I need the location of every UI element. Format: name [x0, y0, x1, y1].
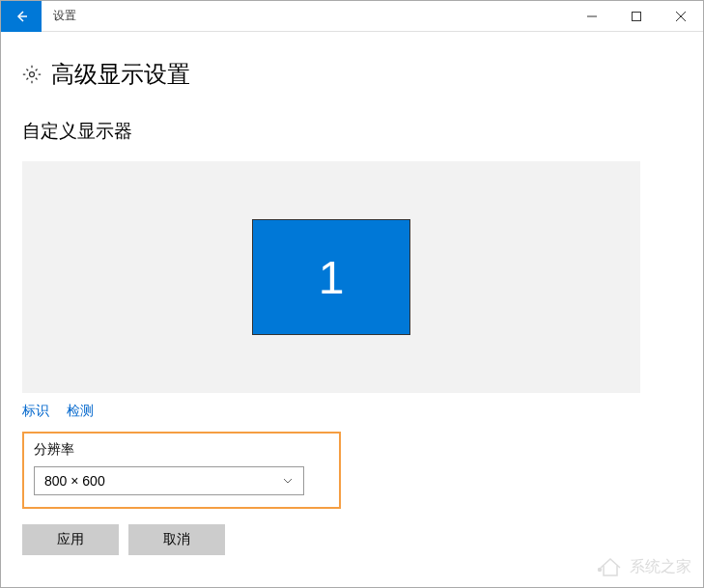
window-title: 设置: [53, 8, 570, 24]
minimize-button[interactable]: [570, 1, 614, 32]
gear-icon: [22, 65, 42, 84]
section-title: 自定义显示器: [22, 119, 682, 144]
svg-point-1: [30, 72, 35, 77]
back-arrow-icon: [14, 9, 29, 24]
window-controls: [570, 1, 703, 32]
titlebar: 设置: [1, 1, 703, 32]
detect-link[interactable]: 检测: [67, 403, 94, 420]
close-button[interactable]: [659, 1, 703, 32]
monitor-number: 1: [319, 251, 345, 304]
apply-button[interactable]: 应用: [22, 524, 119, 555]
display-links: 标识 检测: [22, 403, 682, 420]
display-preview-area: 1: [22, 161, 640, 393]
minimize-icon: [587, 12, 597, 21]
monitor-1[interactable]: 1: [252, 219, 410, 335]
cancel-button[interactable]: 取消: [128, 524, 225, 555]
resolution-value: 800 × 600: [44, 473, 105, 489]
back-button[interactable]: [1, 1, 42, 32]
close-icon: [676, 12, 686, 21]
action-buttons: 应用 取消: [22, 524, 682, 555]
maximize-button[interactable]: [614, 1, 659, 32]
page-header: 高级显示设置: [22, 59, 682, 90]
resolution-label: 分辨率: [34, 441, 329, 459]
maximize-icon: [632, 12, 641, 21]
page-title: 高级显示设置: [51, 59, 190, 90]
resolution-section: 分辨率 800 × 600: [22, 432, 341, 509]
identify-link[interactable]: 标识: [22, 403, 49, 420]
chevron-down-icon: [282, 475, 294, 487]
content-area: 高级显示设置 自定义显示器 1 标识 检测 分辨率 800 × 600 应用 取…: [1, 32, 703, 573]
resolution-dropdown[interactable]: 800 × 600: [34, 466, 304, 495]
svg-rect-0: [633, 12, 641, 20]
